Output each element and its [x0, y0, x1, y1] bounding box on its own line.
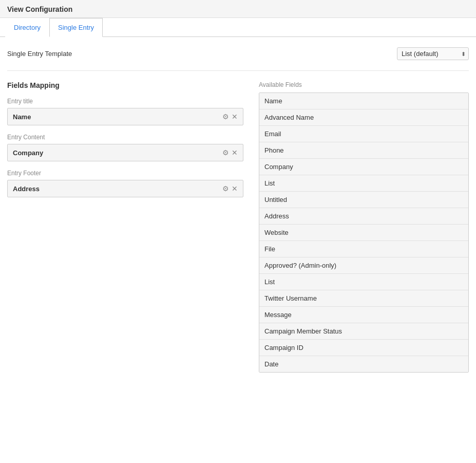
- entry-footer-label: Entry Footer: [7, 170, 243, 177]
- gear-icon-content[interactable]: ⚙: [222, 149, 229, 157]
- available-list: NameAdvanced NameEmailPhoneCompanyListUn…: [259, 92, 469, 373]
- tabs-container: Directory Single Entry: [0, 18, 476, 37]
- entry-footer-box: Address ⚙ ✕: [7, 180, 243, 197]
- available-item[interactable]: List: [259, 274, 468, 290]
- entry-content-box: Company ⚙ ✕: [7, 144, 243, 161]
- entry-content-icons: ⚙ ✕: [222, 149, 238, 157]
- entry-title-box: Name ⚙ ✕: [7, 108, 243, 125]
- gear-icon-title[interactable]: ⚙: [222, 113, 229, 121]
- entry-title-icons: ⚙ ✕: [222, 113, 238, 121]
- available-item[interactable]: Advanced Name: [259, 109, 468, 126]
- fields-section: Fields Mapping Entry title Name ⚙ ✕ Entr…: [7, 81, 469, 373]
- available-fields-label: Available Fields: [259, 81, 469, 88]
- page-header: View Configuration: [0, 0, 476, 18]
- template-select[interactable]: List (default) Grid Custom: [397, 47, 469, 60]
- available-item[interactable]: Phone: [259, 142, 468, 159]
- fields-mapping: Fields Mapping Entry title Name ⚙ ✕ Entr…: [7, 81, 243, 373]
- available-item[interactable]: Name: [259, 93, 468, 109]
- available-item[interactable]: Website: [259, 225, 468, 241]
- entry-title-value: Name: [13, 113, 31, 121]
- available-item[interactable]: Twitter Username: [259, 290, 468, 307]
- template-label: Single Entry Template: [7, 50, 110, 58]
- available-item[interactable]: Email: [259, 126, 468, 142]
- available-item[interactable]: Date: [259, 356, 468, 372]
- available-item[interactable]: Address: [259, 208, 468, 225]
- available-item[interactable]: List: [259, 175, 468, 192]
- close-icon-footer[interactable]: ✕: [232, 184, 238, 193]
- gear-icon-footer[interactable]: ⚙: [222, 184, 229, 193]
- page-title: View Configuration: [7, 5, 72, 13]
- entry-content-label: Entry Content: [7, 134, 243, 141]
- template-select-wrap: List (default) Grid Custom: [397, 47, 469, 60]
- close-icon-title[interactable]: ✕: [232, 113, 238, 121]
- tab-single-entry[interactable]: Single Entry: [49, 18, 103, 37]
- tab-content: Single Entry Template List (default) Gri…: [0, 37, 476, 383]
- available-item[interactable]: Message: [259, 307, 468, 323]
- field-group-entry-title: Entry title Name ⚙ ✕: [7, 98, 243, 125]
- available-item[interactable]: Approved? (Admin-only): [259, 257, 468, 274]
- close-icon-content[interactable]: ✕: [232, 149, 238, 157]
- entry-footer-value: Address: [13, 185, 40, 193]
- entry-content-value: Company: [13, 149, 43, 157]
- field-group-entry-content: Entry Content Company ⚙ ✕: [7, 134, 243, 161]
- entry-title-label: Entry title: [7, 98, 243, 105]
- available-item[interactable]: File: [259, 241, 468, 257]
- available-item[interactable]: Campaign ID: [259, 340, 468, 356]
- available-fields: Available Fields NameAdvanced NameEmailP…: [259, 81, 469, 373]
- template-row: Single Entry Template List (default) Gri…: [7, 47, 469, 71]
- fields-mapping-title: Fields Mapping: [7, 81, 243, 89]
- available-item[interactable]: Campaign Member Status: [259, 323, 468, 340]
- entry-footer-icons: ⚙ ✕: [222, 184, 238, 193]
- field-group-entry-footer: Entry Footer Address ⚙ ✕: [7, 170, 243, 197]
- available-item[interactable]: Company: [259, 159, 468, 175]
- available-item[interactable]: Untitled: [259, 192, 468, 208]
- tab-directory[interactable]: Directory: [5, 18, 49, 37]
